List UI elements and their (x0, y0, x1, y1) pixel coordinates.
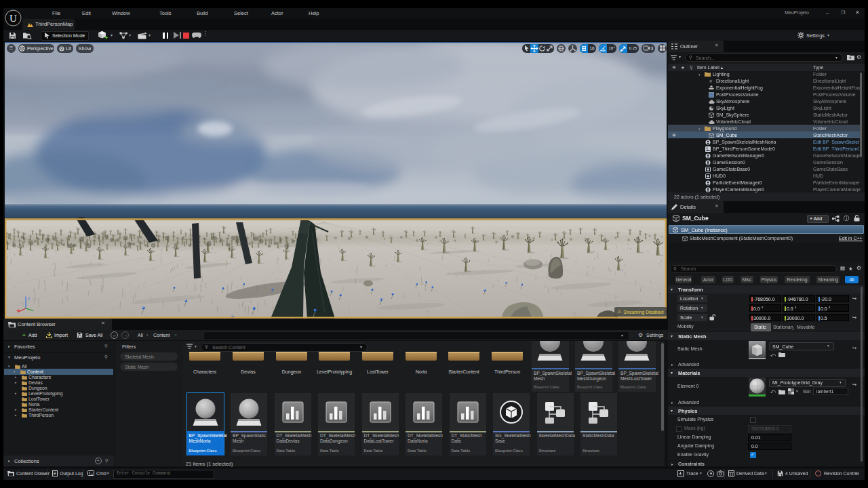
svg-text:U: U (9, 13, 17, 24)
svg-text:+: + (104, 35, 108, 40)
svg-text:z: z (28, 296, 31, 301)
svg-text:+: + (849, 56, 852, 60)
